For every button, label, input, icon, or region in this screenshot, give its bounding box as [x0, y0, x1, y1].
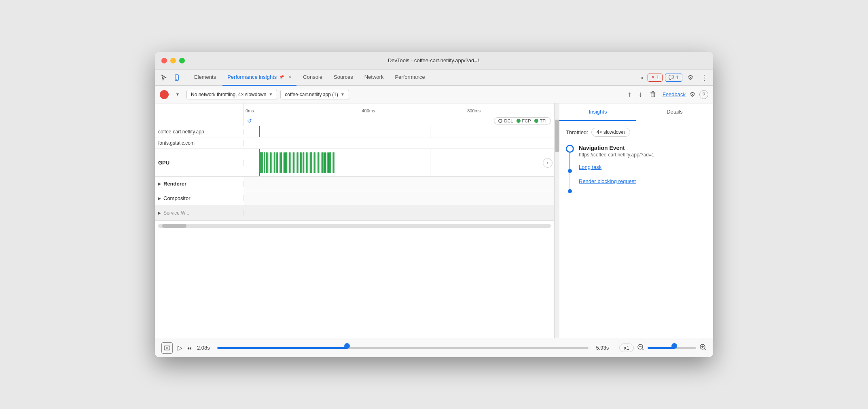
horizontal-scrollbar[interactable] [158, 224, 551, 228]
network-row-label-1: fonts.gstatic.com [155, 140, 244, 146]
target-dropdown[interactable]: coffee-cart.netlify.app (1) ▼ [280, 90, 349, 99]
gpu-track: › [244, 149, 554, 176]
scrollbar-thumb[interactable] [162, 224, 186, 228]
render-blocking-link[interactable]: Render blocking request [579, 178, 707, 184]
timeline-dots [566, 145, 574, 193]
fcp-dot [517, 119, 521, 123]
tab-bar: Elements Performance insights 📌 ✕ Consol… [155, 70, 713, 86]
long-task-link[interactable]: Long task [579, 164, 707, 170]
tti-dot [534, 119, 538, 123]
dot-line-2 [569, 173, 570, 189]
insights-tabs: Insights Details [559, 103, 713, 121]
settings-icon-button[interactable]: ⚙ [690, 91, 695, 98]
tab-details[interactable]: Details [636, 103, 713, 121]
renderer-row: ▶ Renderer [155, 177, 554, 191]
tti-legend: TTI [534, 118, 547, 123]
target-dropdown-arrow: ▼ [341, 92, 345, 97]
maximize-button[interactable] [179, 58, 185, 63]
renderer-label: ▶ Renderer [155, 181, 244, 187]
svg-point-1 [176, 79, 177, 80]
tab-separator [186, 74, 186, 82]
upload-button[interactable]: ↑ [626, 89, 633, 99]
timeline-scrubber[interactable] [217, 347, 589, 349]
error-badge[interactable]: ✕ 1 [648, 74, 663, 82]
help-button[interactable]: ? [699, 90, 708, 99]
devtools-window: DevTools - coffee-cart.netlify.app/?ad=1… [155, 52, 713, 357]
zoom-in-button[interactable] [699, 344, 707, 352]
minimize-button[interactable] [170, 58, 176, 63]
play-button[interactable]: ▷ [177, 343, 183, 352]
insights-body: Throttled: 4× slowdown Navig [559, 121, 713, 338]
dcl-legend: DCL [498, 118, 513, 123]
zoom-out-button[interactable] [637, 344, 644, 352]
service-worker-track [244, 206, 554, 220]
throttling-dropdown[interactable]: No network throttling, 4× slowdown ▼ [186, 90, 277, 99]
renderer-triangle[interactable]: ▶ [158, 182, 161, 186]
small-dot-2 [568, 189, 572, 193]
compositor-track [244, 191, 554, 205]
time-mark-0ms: 0ms [246, 108, 254, 113]
end-time-label: 5.93s [596, 345, 609, 351]
controls-bar: ▼ No network throttling, 4× slowdown ▼ c… [155, 86, 713, 103]
service-worker-row: ▶ Service W... [155, 206, 554, 220]
feedback-link[interactable]: Feedback [663, 91, 686, 97]
download-button[interactable]: ↓ [637, 89, 644, 99]
timeline-panel: 0ms 400ms 800ms ↺ DCL [155, 103, 555, 338]
cursor-icon-button[interactable] [158, 72, 169, 83]
main-content: 0ms 400ms 800ms ↺ DCL [155, 103, 713, 338]
toolbar-right: » ✕ 1 💬 1 ⚙ ⋮ [639, 72, 710, 83]
mobile-icon-button[interactable] [171, 72, 182, 83]
svg-line-6 [642, 349, 644, 350]
compositor-triangle[interactable]: ▶ [158, 196, 161, 200]
throttle-badge: 4× slowdown [591, 128, 630, 137]
insights-panel: Insights Details Throttled: 4× slowdown [559, 103, 713, 338]
time-mark-800ms: 800ms [467, 108, 481, 113]
tab-performance-insights[interactable]: Performance insights 📌 ✕ [222, 70, 296, 86]
timeline-header: 0ms 400ms 800ms ↺ DCL [155, 103, 554, 126]
pin-icon: 📌 [279, 75, 284, 79]
tab-insights[interactable]: Insights [559, 103, 636, 121]
tab-network[interactable]: Network [360, 70, 389, 86]
window-title: DevTools - coffee-cart.netlify.app/?ad=1 [388, 57, 480, 63]
more-tabs-button[interactable]: » [639, 73, 645, 82]
dot-line-1 [569, 153, 570, 169]
timeline-label-col [155, 103, 244, 126]
zoom-label: x1 [619, 344, 634, 352]
record-button[interactable] [160, 90, 169, 99]
small-dot-1 [568, 169, 572, 173]
svg-point-3 [166, 347, 168, 349]
navigation-event: Navigation Event https://coffee-cart.net… [566, 145, 707, 193]
vertical-scrollbar[interactable] [555, 103, 559, 338]
tab-console[interactable]: Console [298, 70, 327, 86]
info-badge[interactable]: 💬 1 [665, 74, 682, 82]
delete-button[interactable]: 🗑 [648, 89, 658, 99]
service-worker-triangle[interactable]: ▶ [158, 211, 161, 215]
bottom-bar: ▷ ⏮ 2.08s 5.93s x1 [155, 338, 713, 357]
traffic-lights [161, 58, 185, 63]
renderer-track [244, 177, 554, 191]
close-button[interactable] [161, 58, 167, 63]
screenshot-toggle-button[interactable] [161, 342, 173, 354]
network-row-track-0 [244, 126, 554, 137]
zoom-slider-track[interactable] [648, 347, 696, 349]
compositor-row: ▶ Compositor [155, 191, 554, 206]
tab-sources[interactable]: Sources [329, 70, 358, 86]
svg-rect-2 [164, 346, 170, 350]
settings-button[interactable]: ⚙ [685, 72, 696, 83]
network-row-1: fonts.gstatic.com [155, 137, 554, 149]
more-options-button[interactable]: ⋮ [699, 72, 710, 83]
svg-line-10 [705, 349, 706, 350]
nav-circle [566, 145, 574, 153]
compositor-label: ▶ Compositor [155, 195, 244, 201]
tab-elements[interactable]: Elements [189, 70, 221, 86]
time-ruler: 0ms 400ms 800ms [244, 107, 554, 116]
tab-close-icon[interactable]: ✕ [288, 74, 292, 80]
legend-pill: DCL FCP TTI [494, 117, 551, 124]
expand-gpu-button[interactable]: › [543, 158, 553, 168]
tab-performance[interactable]: Performance [390, 70, 430, 86]
network-row-track-1 [244, 137, 554, 148]
network-rows: coffee-cart.netlify.app fonts.gstatic.co… [155, 126, 554, 149]
back-to-start-button[interactable]: ⏮ [186, 344, 193, 352]
time-mark-400ms: 400ms [362, 108, 375, 113]
record-dropdown-arrow[interactable]: ▼ [172, 89, 183, 100]
